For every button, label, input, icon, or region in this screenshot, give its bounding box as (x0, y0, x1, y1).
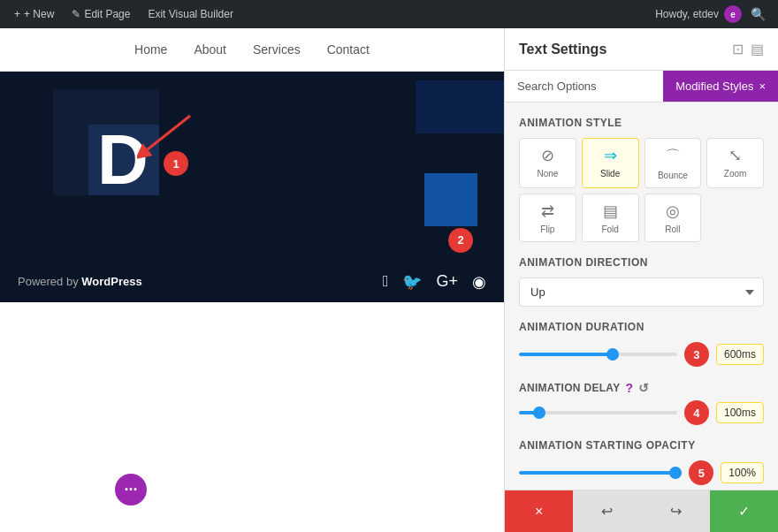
site-nav: Home About Services Contact (0, 28, 504, 72)
tab-close-icon[interactable]: × (759, 80, 766, 93)
delay-help-icon[interactable]: ? (626, 381, 634, 395)
svg-line-1 (148, 116, 190, 149)
animation-direction-group: Animation Direction Up Down Left Right (519, 256, 764, 307)
page-preview: Home About Services Contact D (0, 28, 504, 532)
step-badge-5: 5 (689, 460, 713, 485)
opacity-value: 100% (721, 462, 764, 483)
right-panel: Text Settings ⊡ ▤ Search Options Modifie… (504, 28, 778, 532)
animation-duration-group: Animation Duration 3 600ms (519, 321, 764, 367)
avatar[interactable]: e (724, 5, 742, 23)
nav-services[interactable]: Services (253, 42, 301, 57)
anim-flip[interactable]: ⇄ Flip (519, 194, 576, 242)
nav-home[interactable]: Home (134, 42, 167, 57)
opacity-slider[interactable] (519, 471, 682, 475)
powered-text: Powered by WordPress (18, 275, 142, 288)
howdy-text: Howdy, etdev (655, 8, 719, 20)
admin-bar: + + New ✎ Edit Page Exit Visual Builder … (0, 0, 778, 28)
new-label: + New (24, 8, 54, 20)
none-icon: ⊘ (541, 146, 554, 165)
step-badge-2: 2 (448, 228, 473, 253)
duration-slider[interactable] (519, 353, 677, 356)
main-wrapper: Home About Services Contact D (0, 28, 778, 532)
new-button[interactable]: + + New (7, 4, 61, 24)
animation-delay-group: Animation Delay ? ↺ 4 100ms (519, 381, 764, 425)
bounce-icon: ⌒ (665, 146, 681, 167)
exit-vb-button[interactable]: Exit Visual Builder (141, 4, 240, 24)
plus-icon: + (14, 8, 20, 20)
fold-label: Fold (601, 224, 618, 234)
step-badge-4: 4 (684, 400, 709, 425)
anim-zoom[interactable]: ⤡ Zoom (706, 138, 764, 188)
anim-none[interactable]: ⊘ None (519, 138, 576, 188)
anim-fold[interactable]: ▤ Fold (582, 194, 639, 242)
animation-direction-label: Animation Direction (519, 256, 764, 269)
cancel-button[interactable]: × (505, 490, 573, 532)
search-icon[interactable]: 🔍 (745, 4, 771, 25)
step-badge-3: 3 (684, 342, 709, 367)
purple-dot-button[interactable]: ··· (115, 474, 147, 505)
nav-contact[interactable]: Contact (327, 42, 370, 57)
flip-label: Flip (540, 224, 554, 234)
panel-title: Text Settings (519, 42, 606, 57)
opacity-slider-row: 5 100% (519, 460, 764, 485)
undo-icon: ↩ (601, 503, 613, 520)
roll-icon: ◎ (666, 201, 680, 221)
save-icon: ✓ (738, 503, 750, 520)
slide-icon: ⇒ (604, 146, 617, 165)
animation-delay-label: Animation Delay (519, 382, 621, 394)
exit-vb-label: Exit Visual Builder (148, 8, 233, 20)
twitter-icon[interactable]: 🐦 (402, 272, 422, 292)
rss-icon[interactable]: ◉ (472, 272, 486, 292)
tab-search-options[interactable]: Search Options (505, 71, 663, 102)
facebook-icon[interactable]:  (383, 272, 389, 292)
flip-icon: ⇄ (541, 201, 554, 221)
bottom-area: ··· (0, 302, 504, 533)
animation-direction-select[interactable]: Up Down Left Right (519, 277, 764, 307)
redo-button[interactable]: ↪ (642, 490, 710, 532)
bounce-label: Bounce (658, 171, 688, 180)
delay-slider-row: 4 100ms (519, 400, 764, 425)
undo-button[interactable]: ↩ (573, 490, 641, 532)
columns-icon[interactable]: ▤ (751, 41, 764, 57)
anim-slide[interactable]: ⇒ Slide (582, 138, 639, 188)
expand-icon[interactable]: ⊡ (732, 41, 744, 57)
duration-slider-row: 3 600ms (519, 342, 764, 367)
anim-bounce[interactable]: ⌒ Bounce (645, 138, 702, 188)
animation-style-grid: ⊘ None ⇒ Slide ⌒ Bounce ⤡ Zoom (519, 138, 764, 242)
roll-label: Roll (665, 224, 680, 234)
animation-delay-label-row: Animation Delay ? ↺ (519, 381, 764, 395)
delay-slider[interactable] (519, 411, 677, 414)
animation-duration-label: Animation Duration (519, 321, 764, 333)
pencil-icon: ✎ (72, 8, 80, 20)
nav-about[interactable]: About (194, 42, 226, 57)
panel-header-icons: ⊡ ▤ (732, 41, 764, 57)
animation-opacity-group: Animation Starting Opacity 5 100% (519, 439, 764, 485)
deco-square-4 (416, 80, 504, 133)
footer-bar: Powered by WordPress  🐦 G+ ◉ (0, 262, 504, 302)
social-icons:  🐦 G+ ◉ (383, 272, 486, 292)
zoom-label: Zoom (724, 169, 747, 179)
step-badge-1: 1 (164, 151, 188, 176)
animation-opacity-label: Animation Starting Opacity (519, 439, 764, 452)
panel-body: Animation Style ⊘ None ⇒ Slide ⌒ Bounce (505, 103, 778, 490)
delay-reset-icon[interactable]: ↺ (638, 381, 649, 395)
animation-style-label: Animation Style (519, 117, 764, 129)
edit-page-button[interactable]: ✎ Edit Page (65, 4, 137, 24)
save-button[interactable]: ✓ (710, 490, 778, 532)
redo-icon: ↪ (670, 503, 682, 520)
panel-footer: × ↩ ↪ ✓ (505, 490, 778, 532)
panel-header: Text Settings ⊡ ▤ (505, 28, 778, 71)
delay-value: 100ms (716, 402, 764, 423)
none-label: None (537, 169, 558, 179)
animation-style-group: Animation Style ⊘ None ⇒ Slide ⌒ Bounce (519, 117, 764, 242)
modified-styles-label: Modified Styles (675, 80, 753, 93)
hero-content: D 1 (0, 72, 504, 262)
googleplus-icon[interactable]: G+ (436, 272, 458, 292)
duration-value: 600ms (716, 344, 764, 365)
anim-roll[interactable]: ◎ Roll (645, 194, 702, 242)
tab-modified-styles[interactable]: Modified Styles × (663, 71, 778, 102)
fold-icon: ▤ (603, 201, 618, 221)
zoom-icon: ⤡ (728, 146, 742, 165)
hero-section: D 1 (0, 72, 504, 302)
deco-square-3 (424, 173, 477, 226)
